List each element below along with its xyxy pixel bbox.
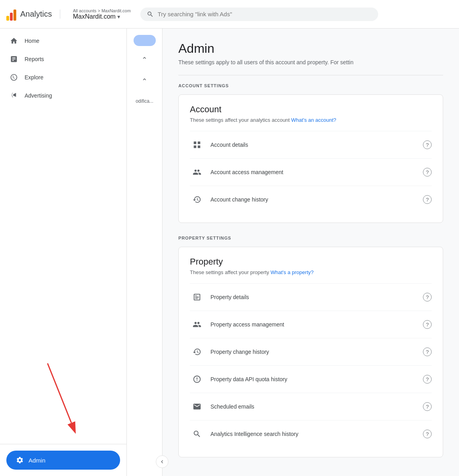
sidebar-nav: Home Reports Explore <box>0 29 126 444</box>
app-name: Analytics <box>20 10 60 19</box>
sidebar-item-reports[interactable]: Reports <box>0 50 120 68</box>
account-card-subtitle: These settings affect your analytics acc… <box>190 117 432 123</box>
admin-button-container: Admin <box>0 444 126 476</box>
search-input[interactable] <box>158 11 372 17</box>
property-history-item[interactable]: Property change history ? <box>190 338 432 365</box>
account-history-label: Account change history <box>210 196 423 203</box>
chevron-down-icon: ▾ <box>117 13 120 20</box>
account-breadcrumb: All accounts > MaxNardit.com <box>73 8 131 13</box>
sidebar-item-home-label: Home <box>25 38 39 44</box>
page-subtitle: These settings apply to all users of thi… <box>178 59 443 65</box>
whats-property-link[interactable]: What's a property? <box>271 269 314 275</box>
property-history-icon <box>190 345 204 359</box>
account-card: Account These settings affect your analy… <box>178 94 443 223</box>
history-icon <box>190 192 204 207</box>
account-name[interactable]: MaxNardit.com ▾ <box>73 13 131 20</box>
chevron-up-icon-2[interactable]: ⌃ <box>142 77 147 86</box>
property-access-icon <box>190 317 204 332</box>
account-access-label: Account access management <box>210 169 423 175</box>
account-history-help-icon[interactable]: ? <box>423 195 432 204</box>
panel-text: odifica... <box>134 98 155 104</box>
account-history-item[interactable]: Account change history ? <box>190 186 432 213</box>
main-content: Admin These settings apply to all users … <box>163 29 459 476</box>
sidebar-item-explore-label: Explore <box>25 74 43 81</box>
property-access-item[interactable]: Property access management ? <box>190 311 432 338</box>
blue-pill <box>134 35 156 46</box>
sidebar-item-reports-label: Reports <box>25 56 44 62</box>
people-icon <box>190 165 204 179</box>
app-logo: Analytics <box>6 8 67 21</box>
property-details-help-icon[interactable]: ? <box>423 293 432 301</box>
property-access-help-icon[interactable]: ? <box>423 320 432 329</box>
account-settings-label: ACCOUNT SETTINGS <box>178 83 443 88</box>
account-details-item[interactable]: Account details ? <box>190 131 432 158</box>
sidebar-item-advertising[interactable]: Advertising <box>0 86 120 105</box>
chevron-left-icon <box>159 459 165 465</box>
api-icon <box>190 372 204 386</box>
grid-icon <box>190 138 204 152</box>
bar-chart-icon <box>10 55 18 63</box>
property-details-icon <box>190 290 204 304</box>
chevron-up-icon[interactable]: ⌃ <box>142 56 147 64</box>
search-bar[interactable] <box>140 8 378 21</box>
admin-button[interactable]: Admin <box>6 451 120 470</box>
property-settings-label: PROPERTY SETTINGS <box>178 236 443 240</box>
whats-account-link[interactable]: What's an account? <box>291 117 337 123</box>
property-access-label: Property access management <box>210 321 423 328</box>
explore-icon <box>10 73 18 82</box>
admin-button-label: Admin <box>29 457 46 464</box>
account-details-help-icon[interactable]: ? <box>423 140 432 149</box>
sidebar-item-explore[interactable]: Explore <box>0 68 120 86</box>
property-history-help-icon[interactable]: ? <box>423 347 432 356</box>
advertising-icon <box>10 91 18 100</box>
collapse-panel-button[interactable] <box>156 455 168 468</box>
account-card-title: Account <box>190 104 432 115</box>
ai-search-icon <box>190 427 204 441</box>
account-selector[interactable]: All accounts > MaxNardit.com MaxNardit.c… <box>73 8 131 20</box>
account-access-item[interactable]: Account access management ? <box>190 158 432 186</box>
divider <box>178 75 443 75</box>
sidebar-item-advertising-label: Advertising <box>25 92 52 99</box>
ai-search-history-help-icon[interactable]: ? <box>423 430 432 438</box>
main-layout: Home Reports Explore <box>0 29 459 476</box>
property-details-item[interactable]: Property details ? <box>190 283 432 311</box>
account-access-help-icon[interactable]: ? <box>423 168 432 177</box>
topbar: Analytics All accounts > MaxNardit.com M… <box>0 0 459 29</box>
email-icon <box>190 399 204 414</box>
middle-panel: ⌃ ⌃ odifica... <box>127 29 163 476</box>
gear-icon <box>16 456 24 464</box>
property-card-title: Property <box>190 257 432 267</box>
property-api-item[interactable]: Property data API quota history ? <box>190 365 432 393</box>
page-title: Admin <box>178 41 443 56</box>
property-card: Property These settings affect your prop… <box>178 247 443 457</box>
scheduled-emails-help-icon[interactable]: ? <box>423 402 432 411</box>
property-history-label: Property change history <box>210 349 423 355</box>
account-details-label: Account details <box>210 142 423 148</box>
logo-icon <box>6 8 16 21</box>
property-api-label: Property data API quota history <box>210 376 423 382</box>
search-icon <box>147 11 154 18</box>
scheduled-emails-label: Scheduled emails <box>210 403 423 410</box>
home-icon <box>10 36 18 45</box>
sidebar-item-home[interactable]: Home <box>0 32 120 50</box>
ai-search-history-item[interactable]: Analytics Intelligence search history ? <box>190 420 432 447</box>
property-api-help-icon[interactable]: ? <box>423 375 432 384</box>
property-card-subtitle: These settings affect your property What… <box>190 269 432 275</box>
property-details-label: Property details <box>210 294 423 300</box>
scheduled-emails-item[interactable]: Scheduled emails ? <box>190 393 432 420</box>
sidebar: Home Reports Explore <box>0 29 127 476</box>
ai-search-history-label: Analytics Intelligence search history <box>210 431 423 437</box>
